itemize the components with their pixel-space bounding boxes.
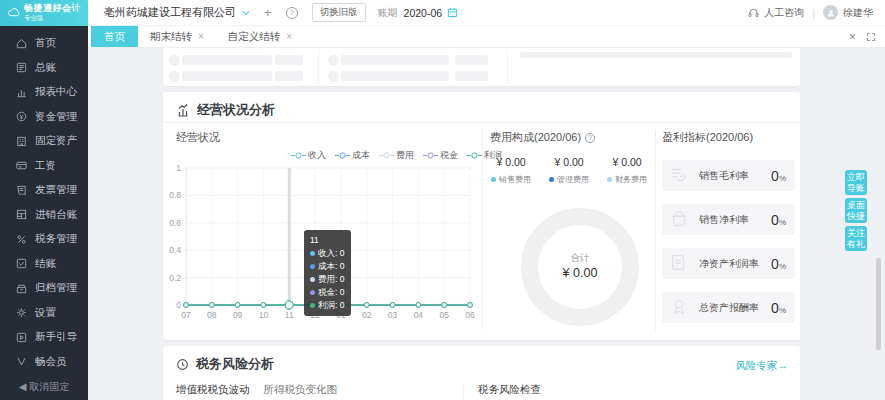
tab-close-icon[interactable]: × bbox=[286, 31, 292, 42]
profit-row-净资产利润率: 净资产利润率0% bbox=[662, 248, 795, 279]
profit-value: 0% bbox=[771, 168, 786, 184]
tab-close-icon[interactable]: × bbox=[198, 31, 204, 42]
sidebar-item-archive[interactable]: 归档管理 bbox=[0, 276, 88, 301]
sidebar-item-label: 归档管理 bbox=[35, 281, 77, 295]
closing-icon bbox=[15, 257, 28, 270]
series-dot bbox=[310, 303, 315, 308]
sidebar-item-home[interactable]: 首页 bbox=[0, 31, 88, 56]
sidebar-item-report-center[interactable]: 报表中心 bbox=[0, 80, 88, 105]
close-all-tabs-icon[interactable]: × bbox=[849, 31, 856, 43]
archive-icon bbox=[15, 282, 28, 295]
float-button-桌面快捷[interactable]: 桌面快捷 bbox=[845, 198, 867, 223]
svg-text:08: 08 bbox=[207, 310, 217, 320]
sidebar-item-ledger[interactable]: 总账 bbox=[0, 56, 88, 81]
sidebar-item-salary[interactable]: 工资 bbox=[0, 154, 88, 179]
add-company-icon[interactable]: + bbox=[264, 6, 272, 19]
switch-old-version-button[interactable]: 切换旧版 bbox=[312, 3, 366, 22]
series-dot bbox=[491, 177, 496, 182]
profit-value: 0% bbox=[771, 212, 786, 228]
sidebar-item-label: 报表中心 bbox=[35, 85, 77, 99]
tax-tabs: 增值税税负波动所得税负变化图 bbox=[176, 383, 337, 400]
guide-icon bbox=[15, 331, 28, 344]
profit-value: 0% bbox=[771, 300, 786, 316]
sidebar-item-closing[interactable]: 结账 bbox=[0, 252, 88, 277]
skeleton-circle bbox=[169, 71, 180, 82]
tab-自定义结转[interactable]: 自定义结转× bbox=[216, 26, 304, 47]
calendar-icon[interactable] bbox=[447, 7, 458, 18]
sidebar-item-label: 设置 bbox=[35, 306, 56, 320]
expense-stat-财务费用: ¥ 0.00财务费用 bbox=[607, 156, 647, 185]
svg-text:0.2: 0.2 bbox=[169, 273, 181, 283]
skeleton-bar bbox=[341, 55, 449, 65]
tooltip-text: 成本: 0 bbox=[318, 260, 344, 273]
tax-tab-增值税税负波动[interactable]: 增值税税负波动 bbox=[176, 383, 250, 400]
donut-center-value: ¥ 0.00 bbox=[521, 266, 639, 280]
profit-indicator-list: 销售毛利率0%销售净利率0%净资产利润率0%总资产报酬率0% bbox=[662, 160, 795, 336]
sidebar-item-fixed-assets[interactable]: 固定资产 bbox=[0, 129, 88, 154]
svg-text:07: 07 bbox=[181, 310, 191, 320]
help-icon[interactable]: ? bbox=[286, 7, 298, 19]
company-selector[interactable]: 亳州药城建设工程有限公司 bbox=[104, 5, 250, 20]
unpin-sidebar-button[interactable]: ◀ 取消固定 bbox=[0, 380, 88, 394]
info-icon[interactable]: ? bbox=[585, 133, 595, 143]
expense-label: 财务费用 bbox=[615, 174, 647, 185]
divider bbox=[318, 50, 319, 84]
ledger-icon bbox=[15, 61, 28, 74]
user-menu[interactable]: 徐建华 bbox=[823, 5, 873, 20]
sidebar-item-label: 畅会员 bbox=[35, 355, 67, 369]
headset-icon bbox=[747, 6, 760, 19]
sidebar-item-member[interactable]: 畅会员 bbox=[0, 350, 88, 375]
series-dot bbox=[310, 251, 315, 256]
svg-text:1: 1 bbox=[176, 163, 181, 173]
member-icon bbox=[15, 355, 28, 368]
invoice-icon bbox=[15, 184, 28, 197]
tax-tab-所得税负变化图[interactable]: 所得税负变化图 bbox=[264, 383, 338, 400]
chevron-down-icon bbox=[242, 9, 250, 17]
tooltip-title: 11 bbox=[310, 234, 345, 247]
sidebar-item-invoice[interactable]: 发票管理 bbox=[0, 178, 88, 203]
series-dot bbox=[310, 264, 315, 269]
divider bbox=[482, 130, 483, 330]
sidebar-item-funds[interactable]: 资金管理 bbox=[0, 105, 88, 130]
sidebar-item-guide[interactable]: 新手引导 bbox=[0, 325, 88, 350]
expense-stat-销售费用: ¥ 0.00销售费用 bbox=[491, 156, 531, 185]
series-dot bbox=[607, 177, 612, 182]
svg-text:10: 10 bbox=[259, 310, 269, 320]
sidebar-item-settings[interactable]: 设置 bbox=[0, 301, 88, 326]
divider bbox=[507, 50, 508, 84]
tax-check-title: 税务风险检查 bbox=[478, 383, 541, 397]
float-button-关注有礼[interactable]: 关注有礼 bbox=[845, 226, 867, 251]
support-link[interactable]: 人工咨询 bbox=[747, 6, 804, 20]
sidebar-item-label: 结账 bbox=[35, 257, 56, 271]
float-button-立即导账[interactable]: 立即导账 bbox=[845, 170, 867, 195]
sidebar-item-label: 新手引导 bbox=[35, 330, 77, 344]
tab-label: 自定义结转 bbox=[228, 30, 281, 44]
float-button-group: 立即导账桌面快捷关注有礼 bbox=[845, 170, 867, 254]
tab-首页[interactable]: 首页 bbox=[91, 26, 138, 47]
scrollbar-thumb[interactable] bbox=[876, 258, 881, 350]
period-value[interactable]: 2020-06 bbox=[404, 7, 443, 19]
fullscreen-icon[interactable] bbox=[867, 33, 875, 41]
home-icon bbox=[15, 37, 28, 50]
skeleton-bar bbox=[182, 55, 272, 65]
profit-label: 总资产报酬率 bbox=[699, 301, 759, 315]
topbar-divider: | bbox=[812, 7, 815, 19]
series-dot bbox=[310, 290, 315, 295]
cloud-logo-icon bbox=[7, 6, 20, 19]
risk-expert-link[interactable]: 风险专家→ bbox=[736, 359, 789, 373]
tab-label: 期末结转 bbox=[150, 30, 192, 44]
tooltip-row-费用: 费用: 0 bbox=[310, 273, 345, 286]
skeleton-bar bbox=[275, 55, 303, 65]
sidebar-item-label: 资金管理 bbox=[35, 110, 77, 124]
sidebar-item-tax[interactable]: 税务管理 bbox=[0, 227, 88, 252]
profit-label: 销售净利率 bbox=[699, 213, 749, 227]
tab-期末结转[interactable]: 期末结转× bbox=[138, 26, 216, 47]
sidebar-item-label: 发票管理 bbox=[35, 183, 77, 197]
svg-text:0.8: 0.8 bbox=[169, 190, 181, 200]
inventory-icon bbox=[15, 208, 28, 221]
salary-icon bbox=[15, 159, 28, 172]
svg-text:03: 03 bbox=[388, 310, 398, 320]
sidebar-item-inventory[interactable]: 进销台账 bbox=[0, 203, 88, 228]
tooltip-text: 利润: 0 bbox=[318, 299, 344, 312]
svg-text:05: 05 bbox=[439, 310, 449, 320]
